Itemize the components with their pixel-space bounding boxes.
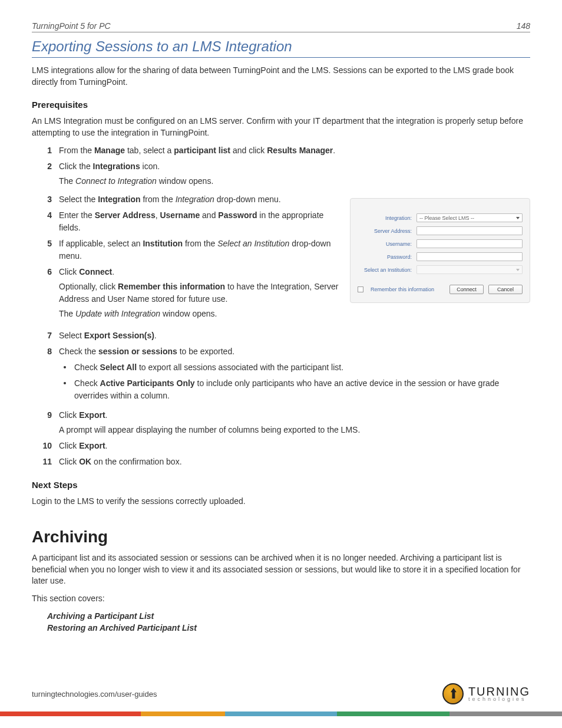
- step-number: 2: [32, 160, 52, 173]
- username-input[interactable]: [416, 239, 523, 248]
- step-2: 2 Click the Integrations icon. The Conne…: [32, 160, 530, 187]
- step-7: 7 Select Export Session(s).: [32, 330, 530, 342]
- step-number: 8: [32, 345, 52, 358]
- prerequisites-text: An LMS Integration must be configured on…: [32, 116, 530, 139]
- step-3: 3 Select the Integration from the Integr…: [32, 193, 339, 206]
- connect-to-integration-dialog: Integration: -- Please Select LMS -- Ser…: [350, 198, 530, 303]
- step-number: 7: [32, 330, 52, 342]
- step-number: 6: [32, 266, 52, 278]
- remember-checkbox[interactable]: [358, 286, 363, 292]
- archiving-heading: Archiving: [32, 528, 530, 546]
- link-restoring-list[interactable]: Restoring an Archived Participant List: [47, 623, 530, 633]
- bullet-active-participants: Check Active Participants Only to includ…: [59, 377, 530, 402]
- chevron-down-icon: [516, 217, 520, 219]
- brand-name: TURNING: [468, 686, 530, 697]
- link-archiving-list[interactable]: Archiving a Participant List: [47, 611, 530, 621]
- step-4: 4 Enter the Server Address, Username and…: [32, 209, 339, 234]
- doc-title: TurningPoint 5 for PC: [32, 21, 111, 31]
- step-8: 8 Check the session or sessions to be ex…: [32, 345, 530, 406]
- bullet-select-all: Check Select All to export all sessions …: [59, 361, 530, 374]
- step-number: 4: [32, 209, 52, 222]
- cancel-button[interactable]: Cancel: [488, 285, 523, 294]
- step-5: 5 If applicable, select an Institution f…: [32, 238, 339, 262]
- step-6: 6 Click Connect. Optionally, click Remem…: [32, 266, 339, 320]
- page-footer: turningtechnologies.com/user-guides TURN…: [32, 683, 530, 704]
- next-steps-text: Login to the LMS to verify the sessions …: [32, 496, 530, 508]
- step-11: 11 Click OK on the confirmation box.: [32, 456, 530, 468]
- archiving-paragraph: A participant list and its associated se…: [32, 552, 530, 587]
- password-label: Password:: [358, 254, 416, 260]
- step-10: 10 Click Export.: [32, 440, 530, 452]
- next-steps-heading: Next Steps: [32, 480, 530, 490]
- step-number: 10: [32, 440, 52, 452]
- integration-dropdown[interactable]: -- Please Select LMS --: [416, 213, 523, 222]
- remember-label: Remember this information: [371, 286, 445, 292]
- step-number: 11: [32, 456, 52, 468]
- username-label: Username:: [358, 241, 416, 247]
- step-number: 9: [32, 409, 52, 421]
- password-input[interactable]: [416, 252, 523, 261]
- step-number: 3: [32, 193, 52, 206]
- turning-logo-icon: [442, 683, 464, 704]
- step-1: 1 From the Manage tab, select a particip…: [32, 144, 530, 157]
- chevron-down-icon: [516, 269, 520, 271]
- integration-label: Integration:: [358, 215, 416, 221]
- server-address-input[interactable]: [416, 226, 523, 235]
- step-9: 9 Click Export. A prompt will appear dis…: [32, 409, 530, 436]
- integration-selected: -- Please Select LMS --: [419, 215, 474, 221]
- footer-url: turningtechnologies.com/user-guides: [32, 690, 157, 699]
- page-header: TurningPoint 5 for PC 148: [32, 21, 530, 32]
- step-number: 5: [32, 238, 52, 250]
- step-number: 1: [32, 144, 52, 157]
- institution-dropdown[interactable]: [416, 265, 523, 274]
- prerequisites-heading: Prerequisites: [32, 100, 530, 110]
- page-number: 148: [517, 21, 530, 31]
- section-covers: This section covers:: [32, 593, 530, 605]
- connect-button[interactable]: Connect: [449, 285, 484, 294]
- server-address-label: Server Address:: [358, 228, 416, 234]
- brand-sub: technologies: [468, 697, 530, 701]
- turning-logo: TURNING technologies: [442, 683, 530, 704]
- section-title-exporting: Exporting Sessions to an LMS Integration: [32, 38, 530, 58]
- institution-label: Select an Institution:: [358, 267, 416, 273]
- intro-paragraph: LMS integrations allow for the sharing o…: [32, 65, 530, 88]
- color-bar: [0, 711, 562, 716]
